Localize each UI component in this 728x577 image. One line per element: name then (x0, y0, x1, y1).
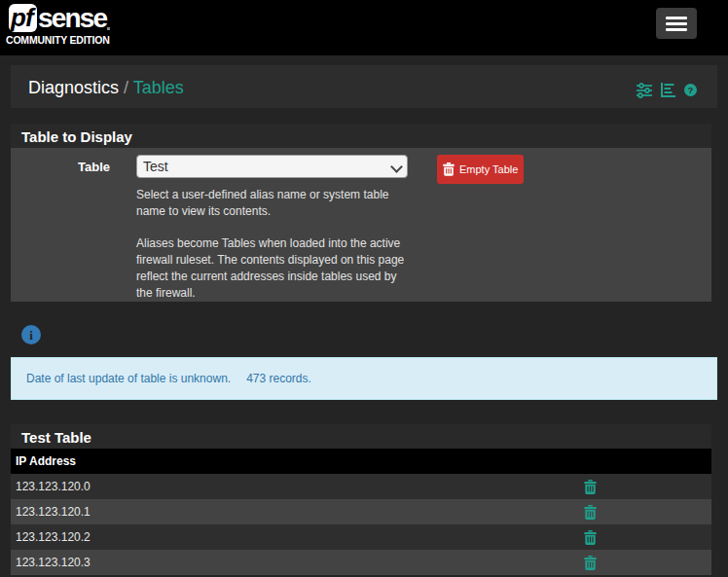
svg-text:i: i (29, 328, 33, 343)
svg-text:?: ? (688, 85, 694, 95)
